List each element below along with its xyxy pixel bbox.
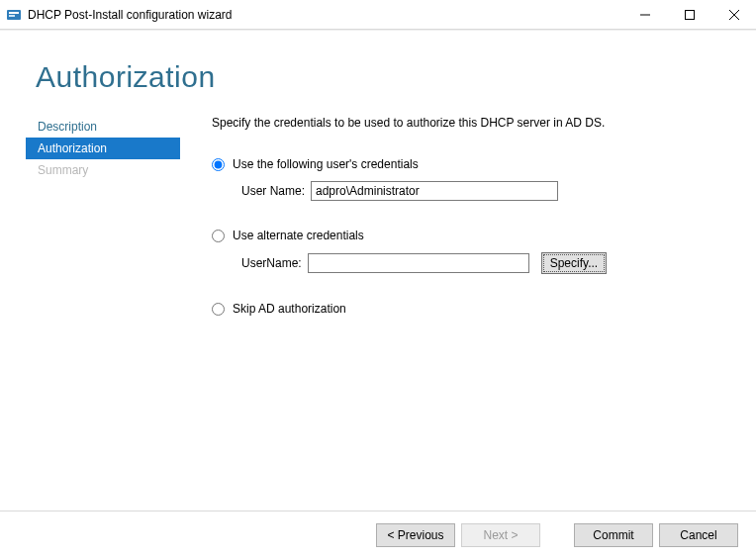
app-icon xyxy=(6,7,22,23)
alt-username-input xyxy=(308,253,529,273)
option-label: Use the following user's credentials xyxy=(233,157,419,171)
step-summary: Summary xyxy=(26,159,180,181)
option-skip-ad-authorization[interactable]: Skip AD authorization xyxy=(212,302,736,316)
alt-username-field-row: UserName: Specify... xyxy=(241,252,736,274)
minimize-button[interactable] xyxy=(622,0,667,29)
username-input[interactable] xyxy=(311,181,558,201)
svg-rect-4 xyxy=(685,10,694,19)
step-authorization[interactable]: Authorization xyxy=(26,138,180,159)
close-button[interactable] xyxy=(711,0,756,29)
step-description[interactable]: Description xyxy=(26,116,180,138)
alt-username-label: UserName: xyxy=(241,256,302,270)
wizard-steps: Description Authorization Summary xyxy=(26,116,180,181)
window-title: DHCP Post-Install configuration wizard xyxy=(28,8,622,22)
username-field-row: User Name: xyxy=(241,181,736,201)
commit-button[interactable]: Commit xyxy=(574,523,653,547)
next-button: Next > xyxy=(461,523,540,547)
option-use-alternate-credentials[interactable]: Use alternate credentials xyxy=(212,229,736,242)
radio-use-following-credentials[interactable] xyxy=(212,158,225,171)
content-area: Specify the credentials to be used to au… xyxy=(212,116,736,326)
option-label: Use alternate credentials xyxy=(233,229,364,242)
radio-use-alternate-credentials[interactable] xyxy=(212,230,225,242)
svg-rect-1 xyxy=(9,12,19,14)
option-use-following-credentials[interactable]: Use the following user's credentials xyxy=(212,157,736,171)
specify-button[interactable]: Specify... xyxy=(541,252,607,274)
svg-rect-2 xyxy=(9,15,15,17)
instruction-text: Specify the credentials to be used to au… xyxy=(212,116,736,130)
radio-skip-ad-authorization[interactable] xyxy=(212,303,225,316)
titlebar: DHCP Post-Install configuration wizard xyxy=(0,0,756,30)
wizard-footer: < Previous Next > Commit Cancel xyxy=(0,511,756,558)
previous-button[interactable]: < Previous xyxy=(376,523,455,547)
option-label: Skip AD authorization xyxy=(233,302,346,316)
maximize-button[interactable] xyxy=(667,0,711,29)
cancel-button[interactable]: Cancel xyxy=(659,523,738,547)
page-title: Authorization xyxy=(36,60,216,94)
username-label: User Name: xyxy=(241,184,305,198)
window-controls xyxy=(622,0,756,29)
